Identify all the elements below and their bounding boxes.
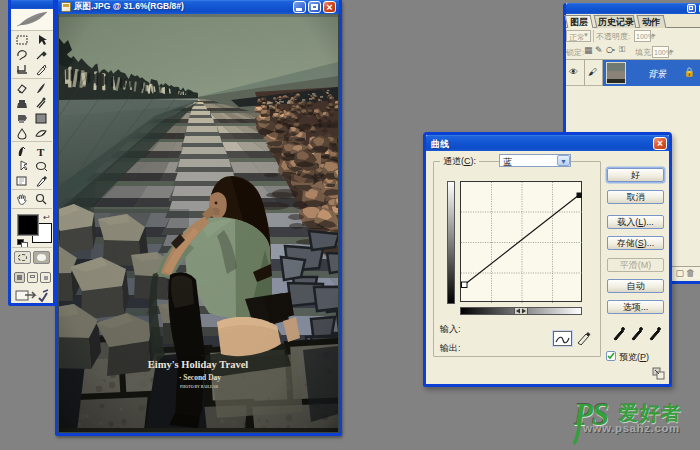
svg-text:T: T [37,146,45,158]
